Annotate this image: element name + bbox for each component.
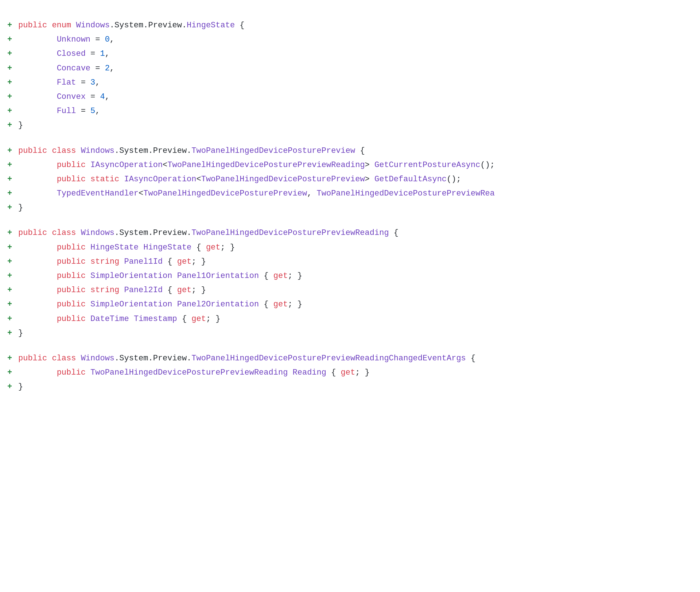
line-content: TypedEventHandler<TwoPanelHingedDevicePo… [18,187,700,200]
code-line: + public SimpleOrientation Panel2Orienta… [0,297,700,312]
class-reading-section: + public class Windows.System.Preview.Tw… [0,226,700,340]
line-content: public class Windows.System.Preview.TwoP… [18,352,700,365]
line-prefix: + [0,47,18,60]
line-content: Flat = 3, [18,76,700,89]
line-prefix: + [0,255,18,268]
code-line: + Flat = 3, [0,76,700,90]
line-prefix: + [0,380,18,393]
line-content: } [18,380,700,393]
line-content: Convex = 4, [18,90,700,103]
code-line: + } [0,118,700,132]
code-line: + public class Windows.System.Preview.Tw… [0,226,700,240]
line-content: Full = 5, [18,105,700,117]
line-content: Concave = 2, [18,62,700,75]
line-content: public TwoPanelHingedDevicePosturePrevie… [18,366,700,379]
line-content: public DateTime Timestamp { get; } [18,313,700,325]
code-line: + public class Windows.System.Preview.Tw… [0,144,700,158]
line-content: } [18,327,700,340]
line-prefix: + [0,352,18,365]
line-content: public enum Windows.System.Preview.Hinge… [18,19,700,32]
code-line: + public string Panel1Id { get; } [0,255,700,269]
line-prefix: + [0,201,18,214]
line-prefix: + [0,284,18,297]
line-prefix: + [0,227,18,239]
line-content: Closed = 1, [18,47,700,60]
line-prefix: + [0,298,18,311]
line-content: public SimpleOrientation Panel1Orientati… [18,270,700,282]
line-content: public IAsyncOperation<TwoPanelHingedDev… [18,159,700,171]
class-two-panel-section: + public class Windows.System.Preview.Tw… [0,144,700,215]
line-prefix: + [0,159,18,171]
code-line: + public TwoPanelHingedDevicePosturePrev… [0,365,700,380]
code-line: + Concave = 2, [0,61,700,76]
code-line: + TypedEventHandler<TwoPanelHingedDevice… [0,186,700,201]
line-prefix: + [0,144,18,157]
code-line: + } [0,380,700,394]
line-prefix: + [0,327,18,340]
code-line: + } [0,326,700,340]
line-content: } [18,119,700,132]
line-content: public class Windows.System.Preview.TwoP… [18,227,700,239]
line-content: public static IAsyncOperation<TwoPanelHi… [18,173,700,186]
code-line: + Closed = 1, [0,47,700,61]
code-line: + public static IAsyncOperation<TwoPanel… [0,172,700,186]
code-line: + Full = 5, [0,104,700,118]
line-prefix: + [0,366,18,379]
line-content: public HingeState HingeState { get; } [18,241,700,254]
code-line: + } [0,201,700,215]
code-line: + public class Windows.System.Preview.Tw… [0,351,700,365]
code-line: + public IAsyncOperation<TwoPanelHingedD… [0,158,700,172]
code-line: + public SimpleOrientation Panel1Orienta… [0,269,700,283]
code-line: + public DateTime Timestamp { get; } [0,312,700,326]
enum-hinge-state-section: + public enum Windows.System.Preview.Hin… [0,18,700,133]
code-line: + public string Panel2Id { get; } [0,283,700,297]
code-line: + public HingeState HingeState { get; } [0,240,700,255]
line-prefix: + [0,187,18,200]
line-content: public SimpleOrientation Panel2Orientati… [18,298,700,311]
code-line: + Unknown = 0, [0,32,700,47]
line-prefix: + [0,105,18,117]
line-prefix: + [0,241,18,254]
line-content: public class Windows.System.Preview.TwoP… [18,144,700,157]
line-prefix: + [0,270,18,282]
code-line: + public enum Windows.System.Preview.Hin… [0,18,700,32]
line-content: Unknown = 0, [18,33,700,46]
class-event-args-section: + public class Windows.System.Preview.Tw… [0,351,700,394]
line-prefix: + [0,90,18,103]
code-line: + Convex = 4, [0,90,700,104]
line-content: public string Panel2Id { get; } [18,284,700,297]
line-prefix: + [0,119,18,132]
line-prefix: + [0,76,18,89]
line-prefix: + [0,62,18,75]
code-block: + public enum Windows.System.Preview.Hin… [0,11,700,592]
line-prefix: + [0,33,18,46]
line-prefix: + [0,313,18,325]
line-prefix: + [0,173,18,186]
line-content: public string Panel1Id { get; } [18,255,700,268]
line-content: } [18,201,700,214]
line-prefix: + [0,19,18,32]
